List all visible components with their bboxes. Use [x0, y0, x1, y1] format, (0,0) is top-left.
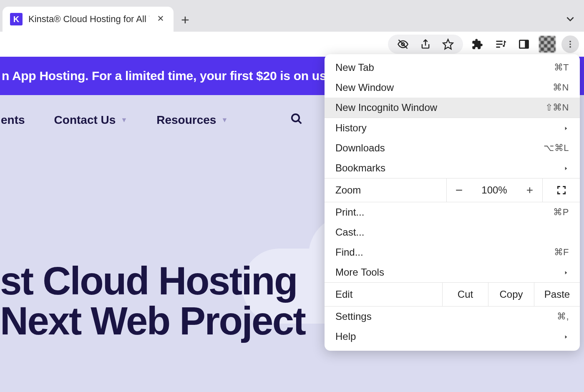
nav-item-resources[interactable]: Resources ▼ [156, 113, 228, 127]
svg-point-9 [503, 45, 505, 47]
menu-new-incognito[interactable]: New Incognito Window ⇧⌘N [325, 98, 580, 118]
panel-icon [518, 38, 530, 50]
svg-rect-11 [525, 40, 528, 48]
menu-zoom-row: Zoom − 100% + [325, 178, 580, 202]
menu-item-label: History [335, 122, 367, 134]
svg-marker-17 [565, 127, 567, 130]
eye-off-icon [397, 38, 409, 50]
browser-tab[interactable]: K Kinsta® Cloud Hosting for All Y [3, 7, 174, 32]
puzzle-icon [471, 38, 483, 50]
svg-point-12 [569, 41, 571, 43]
edit-paste-button[interactable]: Paste [534, 283, 580, 306]
edit-copy-button[interactable]: Copy [488, 283, 534, 306]
svg-point-15 [292, 114, 300, 121]
extensions-button[interactable] [468, 35, 486, 53]
nav-item-label: Contact Us [54, 113, 116, 127]
nav-item-label: Resources [156, 113, 216, 127]
menu-item-label: New Window [335, 82, 394, 93]
chevron-down-icon: ▼ [221, 116, 228, 124]
tab-list-dropdown[interactable] [565, 13, 576, 26]
menu-bookmarks[interactable]: Bookmarks [325, 158, 580, 178]
menu-item-label: Zoom [325, 178, 446, 202]
close-icon [157, 15, 164, 22]
menu-new-tab[interactable]: New Tab ⌘T [325, 58, 580, 78]
menu-item-shortcut: ⌥⌘L [544, 143, 569, 153]
privacy-eye-button[interactable] [397, 38, 409, 50]
menu-item-shortcut: ⌘F [554, 247, 569, 258]
main-menu-button[interactable] [561, 35, 579, 53]
close-tab-button[interactable] [155, 12, 166, 26]
svg-marker-18 [565, 167, 567, 170]
nav-item-label: ents [1, 113, 25, 127]
chevron-down-icon [565, 13, 576, 24]
main-menu-dropdown: New Tab ⌘T New Window ⌘N New Incognito W… [325, 54, 580, 351]
menu-item-label: More Tools [335, 266, 384, 278]
menu-help[interactable]: Help [325, 327, 580, 347]
menu-item-label: Cast... [335, 226, 364, 238]
submenu-arrow-icon [563, 162, 569, 174]
menu-item-shortcut: ⌘P [553, 207, 569, 218]
menu-item-label: Print... [335, 206, 364, 218]
menu-find[interactable]: Find... ⌘F [325, 242, 580, 262]
svg-point-14 [569, 46, 571, 48]
menu-item-shortcut: ⇧⌘N [545, 102, 569, 113]
hero-line-2: Next Web Project [0, 301, 305, 341]
menu-item-label: New Incognito Window [335, 102, 437, 113]
browser-toolbar [0, 32, 584, 57]
star-icon [442, 38, 454, 50]
new-tab-button[interactable]: + [181, 13, 189, 27]
menu-cast[interactable]: Cast... [325, 222, 580, 242]
edit-cut-button[interactable]: Cut [442, 283, 488, 306]
menu-history[interactable]: History [325, 118, 580, 138]
tab-favicon: K [10, 13, 23, 25]
submenu-arrow-icon [563, 266, 569, 278]
svg-marker-5 [443, 39, 453, 49]
menu-item-label: Help [335, 331, 356, 342]
menu-item-label: Bookmarks [335, 162, 385, 174]
tab-title: Kinsta® Cloud Hosting for All Y [28, 14, 149, 25]
nav-item-contact[interactable]: Contact Us ▼ [54, 113, 128, 127]
zoom-out-button[interactable]: − [446, 178, 471, 202]
menu-item-shortcut: ⌘, [557, 311, 569, 322]
music-list-icon [495, 38, 506, 50]
menu-edit-row: Edit Cut Copy Paste [325, 283, 580, 306]
menu-item-label: New Tab [335, 62, 374, 73]
omnibox-actions [388, 35, 463, 54]
kebab-icon [566, 40, 575, 49]
share-button[interactable] [420, 38, 431, 50]
menu-item-label: Downloads [335, 142, 385, 154]
svg-marker-19 [565, 271, 567, 274]
menu-item-shortcut: ⌘N [553, 82, 569, 93]
zoom-value: 100% [471, 178, 517, 202]
bookmark-star-button[interactable] [442, 38, 454, 50]
submenu-arrow-icon [563, 122, 569, 134]
menu-item-label: Edit [325, 283, 442, 306]
site-search-button[interactable] [290, 113, 303, 128]
nav-item-partial[interactable]: ents [1, 113, 25, 127]
menu-item-shortcut: ⌘T [554, 62, 569, 73]
menu-item-label: Find... [335, 246, 363, 258]
zoom-in-button[interactable]: + [517, 178, 542, 202]
svg-marker-20 [565, 335, 567, 339]
fullscreen-icon [556, 185, 567, 196]
menu-new-window[interactable]: New Window ⌘N [325, 78, 580, 98]
svg-line-16 [298, 120, 302, 123]
menu-settings[interactable]: Settings ⌘, [325, 307, 580, 327]
hero-line-1: st Cloud Hosting [0, 261, 305, 301]
fullscreen-button[interactable] [542, 178, 580, 202]
profile-avatar[interactable] [539, 36, 556, 53]
chevron-down-icon: ▼ [121, 116, 127, 124]
tab-strip: K Kinsta® Cloud Hosting for All Y + [0, 0, 584, 32]
menu-more-tools[interactable]: More Tools [325, 262, 580, 282]
reading-list-button[interactable] [491, 35, 510, 53]
submenu-arrow-icon [563, 331, 569, 342]
menu-item-label: Settings [335, 311, 372, 322]
share-icon [420, 38, 431, 50]
menu-downloads[interactable]: Downloads ⌥⌘L [325, 138, 580, 158]
search-icon [290, 113, 303, 125]
hero-heading: st Cloud Hosting Next Web Project [0, 261, 305, 341]
side-panel-button[interactable] [515, 35, 533, 53]
menu-print[interactable]: Print... ⌘P [325, 202, 580, 222]
svg-point-13 [569, 43, 571, 45]
